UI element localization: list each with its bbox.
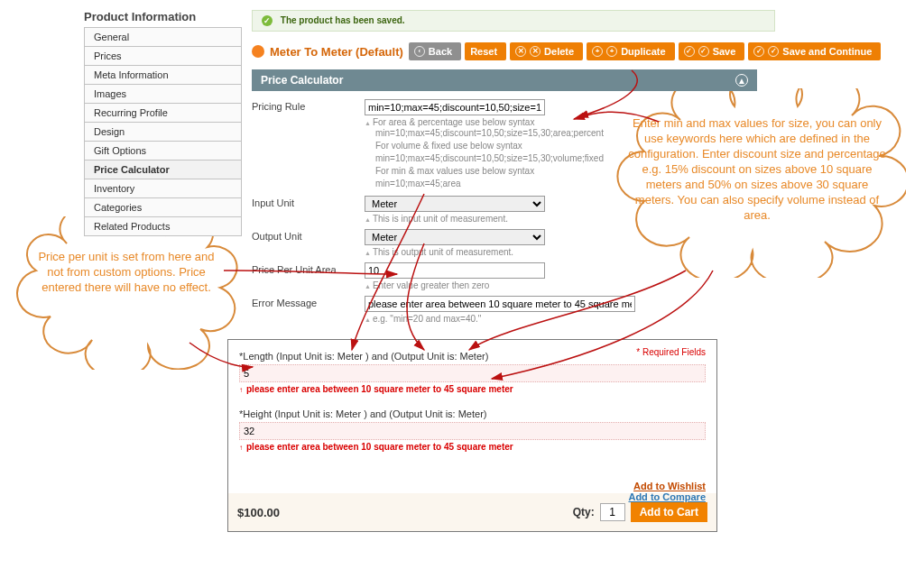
length-input[interactable] [239, 364, 706, 382]
compare-link[interactable]: Add to Compare [628, 491, 706, 502]
save-button[interactable]: ✓✓Save [679, 42, 745, 60]
sidebar-item-meta[interactable]: Meta Information [85, 66, 241, 85]
qty-input[interactable] [600, 503, 625, 521]
output-unit-select[interactable]: Meter [365, 229, 545, 245]
sidebar-item-inventory[interactable]: Inventory [85, 179, 241, 198]
delete-button[interactable]: ✕✕Delete [510, 42, 583, 60]
back-button[interactable]: ‹Back [409, 42, 461, 60]
savec-icon: ✓ [753, 46, 764, 57]
callout-right: Enter min and max values for size, you c… [608, 88, 906, 278]
delete-icon2: ✕ [530, 46, 541, 57]
save-icon: ✓ [684, 46, 695, 57]
required-fields-label: * Required Fields [636, 347, 706, 357]
sidebar-item-prices[interactable]: Prices [85, 47, 241, 66]
errmsg-label: Error Message [252, 296, 365, 308]
add-to-cart-button[interactable]: Add to Cart [631, 502, 707, 522]
height-input[interactable] [239, 422, 706, 440]
error-arrow-icon: ↑ [239, 386, 243, 394]
length-error: ↑please enter area between 10 square met… [239, 384, 706, 394]
sidebar-item-recurring[interactable]: Recurring Profile [85, 104, 241, 123]
save-icon2: ✓ [698, 46, 709, 57]
pricing-rule-label: Pricing Rule [252, 99, 365, 112]
errmsg-hint: e.g. "min=20 and max=40." [365, 314, 757, 324]
reset-button[interactable]: Reset [465, 42, 506, 60]
back-icon: ‹ [414, 46, 425, 57]
sidebar-item-categories[interactable]: Categories [85, 198, 241, 217]
title-row: Meter To Meter (Default) ‹Back Reset ✕✕D… [252, 42, 924, 60]
pricing-rule-input[interactable] [365, 99, 545, 115]
input-unit-select[interactable]: Meter [365, 196, 545, 212]
sidebar: Product Information General Prices Meta … [84, 8, 242, 236]
qty-wrap: Qty: Add to Cart [573, 502, 707, 522]
height-label: *Height (Input Unit is: Meter ) and (Out… [239, 408, 706, 419]
ppu-input[interactable] [365, 262, 545, 279]
height-group: *Height (Input Unit is: Meter ) and (Out… [239, 408, 706, 452]
qty-label: Qty: [573, 506, 595, 518]
sidebar-item-general[interactable]: General [85, 28, 241, 47]
ppu-label: Price Per Unit Area [252, 262, 365, 275]
add-links: Add to Wishlist Add to Compare [628, 481, 706, 502]
length-group: *Length (Input Unit is: Meter ) and (Out… [239, 351, 706, 394]
collapse-icon[interactable]: ▲ [735, 74, 748, 87]
dup-icon2: + [606, 46, 617, 57]
errmsg-input[interactable] [365, 296, 635, 312]
dup-icon: + [592, 46, 603, 57]
panel-title: Price Calculator [261, 74, 343, 87]
notice-text: The product has been saved. [281, 15, 405, 25]
sidebar-title: Product Information [84, 10, 242, 23]
sidebar-item-gift[interactable]: Gift Options [85, 142, 241, 161]
sidebar-group-1: General Prices Meta Information Images R… [84, 27, 242, 236]
callout-right-text: Enter min and max values for size, you c… [628, 115, 886, 223]
page-title: Meter To Meter (Default) [270, 45, 403, 59]
product-icon [252, 45, 264, 58]
success-notice: ✓ The product has been saved. [252, 10, 775, 32]
duplicate-button[interactable]: ++Duplicate [587, 42, 675, 60]
output-unit-label: Output Unit [252, 229, 365, 242]
sidebar-item-images[interactable]: Images [85, 85, 241, 104]
height-error: ↑please enter area between 10 square met… [239, 442, 706, 452]
input-unit-label: Input Unit [252, 196, 365, 208]
save-continue-button[interactable]: ✓✓Save and Continue [748, 42, 881, 60]
savec-icon2: ✓ [768, 46, 779, 57]
sidebar-item-price-calculator[interactable]: Price Calculator [85, 161, 241, 179]
callout-left: Price per unit is set from here and not … [9, 216, 244, 370]
error-arrow-icon: ↑ [239, 444, 243, 452]
ppu-hint: Enter value greater then zero [365, 280, 757, 290]
delete-icon: ✕ [515, 46, 526, 57]
sidebar-item-design[interactable]: Design [85, 123, 241, 142]
check-icon: ✓ [262, 15, 273, 26]
frontend-preview: * Required Fields *Length (Input Unit is… [227, 339, 717, 532]
wishlist-link[interactable]: Add to Wishlist [628, 481, 706, 491]
price-value: $100.00 [237, 506, 280, 519]
callout-left-text: Price per unit is set from here and not … [32, 249, 220, 295]
action-buttons: ‹Back Reset ✕✕Delete ++Duplicate ✓✓Save … [409, 42, 882, 60]
